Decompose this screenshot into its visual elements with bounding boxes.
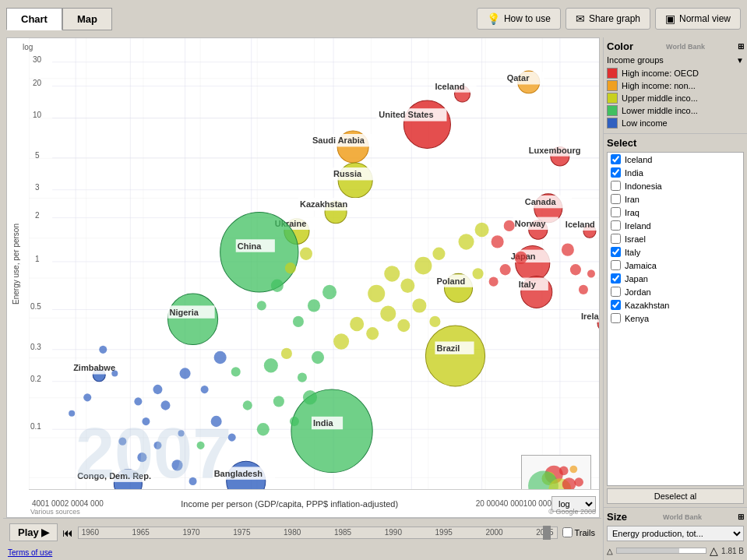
svg-point-148: [153, 442, 161, 449]
svg-point-129: [432, 248, 445, 260]
svg-text:0.2: 0.2: [30, 375, 41, 383]
country-checkbox[interactable]: [611, 167, 621, 178]
country-name: Kenya: [625, 314, 649, 323]
list-item[interactable]: Jamaica: [608, 259, 743, 272]
country-checkbox[interactable]: [611, 300, 621, 310]
country-checkbox[interactable]: [611, 247, 621, 257]
data-source-label: Various sources: [30, 508, 80, 516]
svg-text:2: 2: [35, 211, 40, 220]
svg-point-132: [492, 235, 504, 248]
color-section: Color World Bank ⊞ Income groups ▼ High …: [604, 37, 747, 134]
share-graph-button[interactable]: ✉ Share graph: [566, 8, 650, 30]
svg-text:Iceland: Iceland: [435, 81, 464, 90]
svg-text:20: 20: [33, 79, 42, 87]
country-name: Japan: [625, 274, 648, 284]
list-item[interactable]: Iraq: [608, 206, 743, 219]
svg-point-150: [189, 477, 197, 485]
svg-point-108: [180, 368, 191, 379]
svg-point-127: [400, 279, 414, 293]
svg-point-142: [99, 346, 107, 354]
list-item[interactable]: Israel: [608, 232, 743, 245]
svg-point-116: [298, 372, 307, 382]
svg-point-102: [228, 433, 236, 441]
svg-point-97: [142, 417, 150, 425]
country-checkbox[interactable]: [611, 154, 621, 164]
list-item[interactable]: India: [608, 166, 743, 179]
country-checkbox[interactable]: [611, 220, 621, 231]
country-checkbox[interactable]: [611, 313, 621, 323]
svg-point-153: [322, 285, 337, 299]
footer-bar: Terms of use: [3, 546, 601, 560]
list-item[interactable]: Japan: [608, 272, 743, 285]
svg-point-152: [308, 299, 320, 312]
country-checkbox[interactable]: [611, 181, 621, 191]
svg-point-123: [412, 298, 426, 312]
trails-control: Trails: [562, 527, 595, 537]
country-checkbox[interactable]: [611, 234, 621, 244]
svg-text:Luxembourg: Luxembourg: [529, 145, 581, 154]
svg-point-110: [153, 385, 162, 394]
list-item[interactable]: Indonesia: [608, 179, 743, 192]
color-panel-icon: ⊞: [738, 42, 744, 51]
size-slider-area: △ △ 1.81 B: [607, 544, 744, 557]
list-item[interactable]: Kenya: [608, 312, 743, 325]
svg-point-133: [504, 220, 515, 231]
timeline-track[interactable]: 1960 1965 1970 1975 1980 1985 1990 1995 …: [78, 527, 558, 539]
size-slider-track[interactable]: [616, 548, 706, 554]
svg-point-149: [172, 460, 183, 470]
list-item[interactable]: Jordan: [608, 285, 743, 298]
country-select-list[interactable]: Iceland India Indonesia Iran Iraq Irelan…: [607, 152, 744, 486]
how-to-use-button[interactable]: 💡 How to use: [477, 8, 561, 30]
svg-point-99: [178, 430, 185, 436]
list-item[interactable]: Iceland: [608, 153, 743, 166]
color-legend-item: Low income: [607, 118, 744, 129]
country-name: Jamaica: [625, 261, 657, 270]
country-checkbox[interactable]: [611, 194, 621, 204]
svg-point-82: [425, 326, 484, 386]
color-legend-label: Lower middle inco...: [622, 106, 744, 115]
list-item[interactable]: Iran: [608, 192, 743, 206]
svg-point-135: [500, 264, 511, 275]
terms-of-use-link[interactable]: Terms of use: [8, 548, 52, 557]
play-button[interactable]: Play ▶: [9, 523, 58, 541]
tab-map[interactable]: Map: [62, 8, 112, 30]
country-checkbox[interactable]: [611, 287, 621, 297]
svg-text:Qatar: Qatar: [507, 73, 530, 83]
trails-checkbox[interactable]: [562, 527, 573, 537]
svg-point-106: [290, 417, 299, 426]
list-item[interactable]: Ireland: [608, 219, 743, 232]
country-name: Iran: [625, 195, 640, 204]
svg-point-156: [285, 262, 296, 273]
svg-point-134: [515, 252, 527, 264]
timeline-labels: 1960 1965 1970 1975 1980 1985 1990 1995 …: [79, 528, 557, 537]
svg-point-121: [380, 305, 396, 322]
list-item[interactable]: Italy: [608, 245, 743, 259]
country-checkbox[interactable]: [611, 207, 621, 217]
normal-view-button[interactable]: ▣ Normal view: [655, 8, 741, 30]
svg-point-125: [368, 285, 385, 303]
list-item[interactable]: Kazakhstan: [608, 298, 743, 312]
svg-point-101: [211, 416, 222, 427]
chart-svg-area[interactable]: 2007 30 20 10 5: [29, 38, 599, 517]
svg-point-143: [111, 370, 118, 376]
rewind-icon[interactable]: ⏮: [62, 527, 73, 539]
svg-point-109: [201, 386, 209, 393]
country-checkbox[interactable]: [611, 273, 621, 284]
timeline-handle[interactable]: [543, 526, 551, 540]
color-legend-label: Low income: [622, 118, 744, 128]
country-name: Iceland: [625, 155, 652, 164]
deselect-all-button[interactable]: Deselect al: [607, 488, 744, 504]
color-legend: High income: OECD High income: non... Up…: [607, 68, 744, 129]
country-checkbox[interactable]: [611, 260, 621, 270]
country-name: Israel: [625, 234, 646, 244]
svg-point-138: [562, 243, 574, 255]
svg-point-113: [231, 367, 241, 376]
svg-text:0.3: 0.3: [30, 343, 41, 351]
color-dropdown-arrow[interactable]: ▼: [736, 56, 744, 65]
size-dropdown[interactable]: Energy production, tot...: [607, 526, 744, 541]
svg-point-107: [303, 390, 317, 404]
color-legend-item: High income: non...: [607, 80, 744, 91]
trails-label[interactable]: Trails: [575, 528, 595, 537]
app: Chart Map 💡 How to use ✉ Share graph ▣ N…: [0, 0, 747, 560]
tab-chart[interactable]: Chart: [6, 8, 62, 30]
